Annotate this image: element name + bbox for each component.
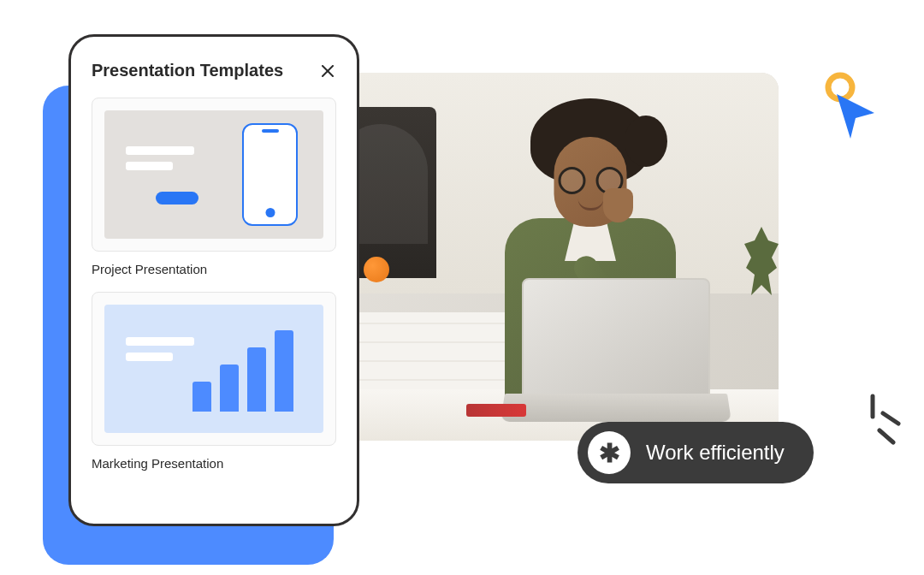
badge-text: Work efficiently <box>646 441 785 465</box>
efficiency-badge: ✱ Work efficiently <box>578 422 814 483</box>
spark-lines-icon <box>856 389 907 449</box>
close-button[interactable] <box>319 62 336 80</box>
template-card-marketing[interactable] <box>92 292 336 446</box>
asterisk-icon: ✱ <box>588 431 631 474</box>
template-preview <box>104 110 323 239</box>
template-preview <box>104 305 323 433</box>
hero-photo <box>317 73 779 441</box>
svg-line-3 <box>883 413 898 424</box>
phone-icon <box>242 123 298 226</box>
template-label: Project Presentation <box>92 262 336 276</box>
cursor-decoration-icon <box>813 68 881 145</box>
svg-point-5 <box>828 75 852 99</box>
svg-line-4 <box>880 430 893 442</box>
templates-panel: Presentation Templates Project Presentat… <box>68 34 359 526</box>
panel-header: Presentation Templates <box>92 61 336 80</box>
panel-title: Presentation Templates <box>92 61 283 80</box>
close-icon <box>322 65 334 77</box>
template-card-project[interactable] <box>92 98 336 252</box>
bar-chart-icon <box>192 330 293 412</box>
template-label: Marketing Presentation <box>92 456 336 471</box>
